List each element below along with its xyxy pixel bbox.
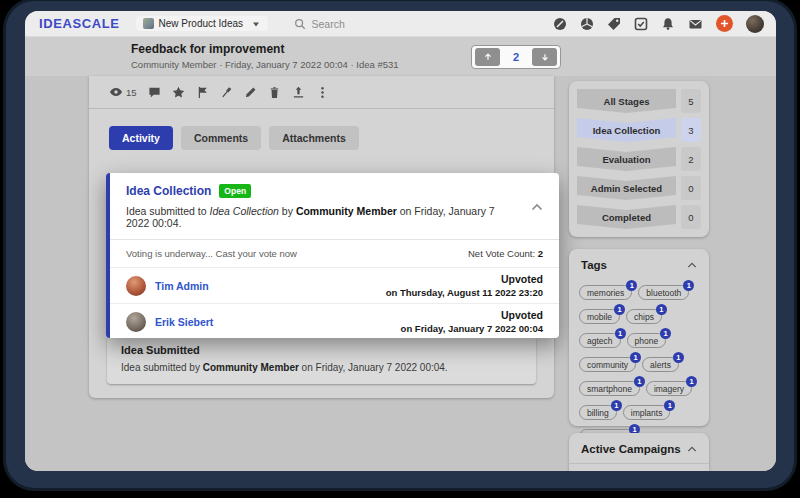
- gavel-icon[interactable]: [220, 86, 233, 99]
- vote-detail: Upvoted on Friday, January 7 2022 00:04: [401, 309, 543, 334]
- screenshot-root: IDEASCALE New Product Ideas: [0, 0, 800, 498]
- popup-submission-line: Idea submitted to Idea Collection by Com…: [110, 198, 559, 240]
- vote-action: Upvoted: [386, 273, 543, 285]
- tag-count-badge: 1: [656, 304, 667, 315]
- idea-submitted-title: Idea Submitted: [121, 344, 522, 356]
- voter-name-link[interactable]: Erik Siebert: [155, 316, 213, 328]
- stage-label: Admin Selected: [577, 176, 676, 200]
- tag-pill[interactable]: phone1: [627, 333, 667, 348]
- stage-count: 3: [681, 118, 701, 142]
- main-content: 15: [25, 76, 776, 471]
- tag-count-badge: 1: [615, 328, 626, 339]
- tag-pill[interactable]: agtech1: [579, 333, 621, 348]
- tag-count-badge: 1: [673, 352, 684, 363]
- tag-count-badge: 1: [664, 400, 675, 411]
- tag-count-badge: 1: [660, 328, 671, 339]
- more-options-icon[interactable]: [316, 86, 329, 99]
- campaigns-header: Active Campaigns: [569, 433, 709, 463]
- stage-count: 2: [681, 147, 701, 171]
- idea-header-text: Feedback for improvement Community Membe…: [131, 42, 399, 70]
- tags-panel: Tags memories1 bluetooth1 mobile1 chips1…: [569, 249, 709, 426]
- stage-activity-popup: Idea Collection Open Idea submitted to I…: [106, 173, 559, 338]
- mail-icon[interactable]: [688, 17, 703, 31]
- chevron-down-icon: [251, 19, 261, 29]
- detail-tabs: Activity Comments Attachments: [89, 109, 554, 167]
- tag-count-badge: 1: [634, 376, 645, 387]
- previous-idea-button[interactable]: [475, 48, 500, 66]
- tags-title: Tags: [581, 259, 607, 271]
- status-badge: Open: [219, 184, 251, 198]
- community-selector-label: New Product Ideas: [159, 18, 244, 29]
- stage-label: Idea Collection: [577, 118, 676, 142]
- voter-avatar: [126, 276, 146, 296]
- tag-pill[interactable]: imagery1: [646, 381, 692, 396]
- stages-panel: All Stages 5 Idea Collection 3 Evaluatio…: [569, 81, 709, 237]
- voting-status-text: Voting is underway... Cast your vote now: [126, 248, 297, 259]
- tab-activity[interactable]: Activity: [109, 126, 173, 150]
- tag-count-badge: 1: [626, 280, 637, 291]
- comment-icon[interactable]: [148, 86, 161, 99]
- pie-chart-icon[interactable]: [580, 17, 594, 31]
- add-idea-button[interactable]: [716, 15, 733, 32]
- app-window: IDEASCALE New Product Ideas: [25, 11, 776, 471]
- idea-nav-count: 2: [513, 51, 519, 63]
- tag-count-badge: 1: [630, 352, 641, 363]
- share-icon[interactable]: [292, 86, 305, 99]
- net-vote-count: Net Vote Count: 2: [468, 248, 543, 259]
- tag-pill[interactable]: memories1: [579, 285, 632, 300]
- campaigns-title: Active Campaigns: [581, 443, 681, 455]
- tab-attachments[interactable]: Attachments: [269, 126, 359, 150]
- stage-count: 0: [681, 176, 701, 200]
- vote-detail: Upvoted on Thursday, August 11 2022 23:2…: [386, 273, 543, 298]
- collapse-chevron-icon[interactable]: [687, 260, 697, 270]
- tag-count-badge: 1: [611, 400, 622, 411]
- stage-evaluation[interactable]: Evaluation 2: [577, 147, 701, 171]
- tab-comments[interactable]: Comments: [181, 126, 261, 150]
- delete-icon[interactable]: [268, 86, 281, 99]
- community-selector[interactable]: New Product Ideas: [136, 16, 268, 31]
- edit-icon[interactable]: [244, 86, 257, 99]
- tag-pill[interactable]: chips1: [626, 309, 662, 324]
- tag-icon[interactable]: [607, 17, 621, 31]
- user-avatar[interactable]: [746, 15, 764, 33]
- tag-pill[interactable]: alerts1: [642, 357, 679, 372]
- next-idea-button[interactable]: [532, 48, 557, 66]
- search-input[interactable]: [312, 18, 492, 30]
- top-bar: IDEASCALE New Product Ideas: [25, 11, 776, 37]
- stage-admin-selected[interactable]: Admin Selected 0: [577, 176, 701, 200]
- tasks-checkbox-icon[interactable]: [634, 17, 648, 31]
- idea-header: Feedback for improvement Community Membe…: [25, 37, 776, 76]
- voter-row: Tim Admin Upvoted on Thursday, August 11…: [110, 267, 559, 303]
- star-icon[interactable]: [172, 86, 185, 99]
- search-icon: [294, 18, 306, 30]
- idea-submitted-card: Idea Submitted Idea submitted by Communi…: [107, 336, 536, 384]
- view-count: 15: [126, 87, 137, 98]
- campaign-item-all-ideas[interactable]: All Ideas: [569, 464, 709, 471]
- bell-icon[interactable]: [661, 17, 675, 31]
- collapse-chevron-icon[interactable]: [531, 197, 543, 215]
- active-campaigns-panel: Active Campaigns All Ideas: [569, 433, 709, 471]
- compass-icon[interactable]: [553, 17, 567, 31]
- tag-pill[interactable]: mobile1: [579, 309, 620, 324]
- stage-label: Completed: [577, 205, 676, 229]
- collapse-chevron-icon[interactable]: [687, 444, 697, 454]
- idea-navigator: 2: [471, 45, 561, 69]
- stage-label: All Stages: [577, 89, 676, 113]
- voter-row: Erik Siebert Upvoted on Friday, January …: [110, 303, 559, 339]
- search-bar: [294, 18, 553, 30]
- tag-pill[interactable]: community1: [579, 357, 636, 372]
- tag-pill[interactable]: implants1: [623, 405, 671, 420]
- community-thumbnail: [143, 18, 154, 29]
- tag-count-badge: 1: [686, 376, 697, 387]
- tag-pill[interactable]: smartphone1: [579, 381, 640, 396]
- stage-all-stages[interactable]: All Stages 5: [577, 89, 701, 113]
- stage-idea-collection[interactable]: Idea Collection 3: [577, 118, 701, 142]
- stage-completed[interactable]: Completed 0: [577, 205, 701, 229]
- tag-pill[interactable]: billing1: [579, 405, 617, 420]
- eye-icon: [109, 85, 123, 99]
- tag-pill[interactable]: bluetooth1: [638, 285, 689, 300]
- stage-count: 0: [681, 205, 701, 229]
- flag-icon[interactable]: [196, 86, 209, 99]
- voter-name-link[interactable]: Tim Admin: [155, 280, 209, 292]
- idea-meta: Community Member · Friday, January 7 202…: [131, 59, 399, 70]
